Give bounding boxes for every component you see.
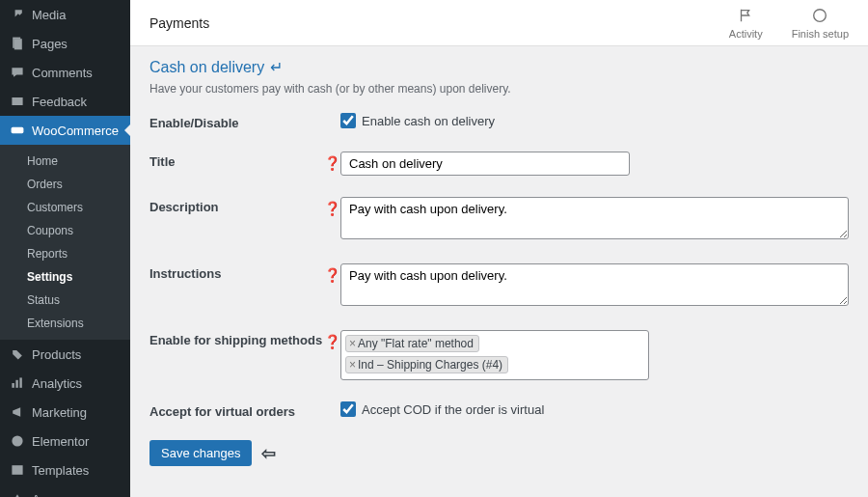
label-enable: Enable/Disable bbox=[149, 113, 323, 130]
chip-label: Ind – Shipping Charges (#4) bbox=[358, 358, 502, 372]
enable-checkbox-wrapper[interactable]: Enable cash on delivery bbox=[340, 113, 849, 128]
sidebar-item-label: Comments bbox=[32, 66, 93, 80]
submenu-orders[interactable]: Orders bbox=[0, 173, 130, 196]
sidebar-item-pages[interactable]: Pages bbox=[0, 29, 130, 58]
row-instructions: Instructions ❓ bbox=[149, 263, 849, 309]
submenu-customers[interactable]: Customers bbox=[0, 196, 130, 219]
help-icon[interactable]: ❓ bbox=[324, 334, 340, 349]
sidebar-item-appearance[interactable]: Appearance bbox=[0, 484, 130, 497]
section-heading[interactable]: Cash on delivery ↵ bbox=[149, 58, 283, 76]
analytics-icon bbox=[8, 375, 27, 391]
description-textarea[interactable] bbox=[340, 197, 849, 239]
submenu-settings[interactable]: Settings bbox=[0, 265, 130, 289]
sidebar-item-woocommerce[interactable]: WooCommerce bbox=[0, 116, 130, 145]
help-placeholder bbox=[323, 401, 340, 405]
svg-rect-3 bbox=[12, 97, 22, 105]
sidebar-item-media[interactable]: Media bbox=[0, 0, 130, 29]
label-description: Description bbox=[149, 197, 323, 214]
sidebar-item-comments[interactable]: Comments bbox=[0, 58, 130, 87]
help-icon[interactable]: ❓ bbox=[324, 267, 340, 283]
enable-checkbox[interactable] bbox=[340, 113, 356, 128]
svg-rect-4 bbox=[12, 127, 24, 133]
section-description: Have your customers pay with cash (or by… bbox=[149, 82, 849, 96]
sidebar-item-marketing[interactable]: Marketing bbox=[0, 398, 130, 427]
submenu-extensions[interactable]: Extensions bbox=[0, 312, 130, 335]
topbar-title: Payments bbox=[149, 15, 209, 31]
sidebar-item-products[interactable]: Products bbox=[0, 340, 130, 369]
row-enable: Enable/Disable Enable cash on delivery bbox=[149, 113, 849, 130]
svg-point-10 bbox=[814, 9, 827, 21]
label-title: Title bbox=[149, 152, 323, 169]
topbar-action-label: Finish setup bbox=[792, 28, 849, 40]
appearance-icon bbox=[8, 491, 27, 497]
label-instructions: Instructions bbox=[149, 263, 323, 281]
remove-chip-icon[interactable]: × bbox=[349, 337, 356, 350]
shipping-chip: × Any "Flat rate" method bbox=[345, 335, 479, 352]
sidebar-item-label: Analytics bbox=[32, 376, 82, 391]
remove-chip-icon[interactable]: × bbox=[349, 358, 356, 372]
comment-icon bbox=[8, 65, 27, 80]
svg-rect-5 bbox=[12, 383, 14, 388]
settings-form: Cash on delivery ↵ Have your customers p… bbox=[130, 46, 868, 478]
row-description: Description ❓ bbox=[149, 197, 849, 242]
title-input[interactable] bbox=[340, 152, 630, 176]
sidebar-item-elementor[interactable]: Elementor bbox=[0, 427, 130, 456]
help-icon[interactable]: ❓ bbox=[324, 201, 340, 216]
elementor-icon bbox=[8, 433, 27, 449]
annotation-arrow-icon: ⇦ bbox=[261, 443, 276, 464]
finish-setup-button[interactable]: Finish setup bbox=[792, 7, 849, 40]
sidebar-item-label: Marketing bbox=[32, 405, 87, 420]
svg-rect-2 bbox=[14, 39, 22, 49]
svg-rect-9 bbox=[12, 465, 22, 475]
row-shipping-methods: Enable for shipping methods ❓ × Any "Fla… bbox=[149, 330, 849, 380]
sidebar-item-label: WooCommerce bbox=[32, 124, 119, 138]
sidebar-item-templates[interactable]: Templates bbox=[0, 456, 130, 484]
virtual-checkbox-label: Accept COD if the order is virtual bbox=[362, 402, 544, 417]
submenu-status[interactable]: Status bbox=[0, 289, 130, 312]
svg-point-8 bbox=[12, 435, 22, 446]
templates-icon bbox=[8, 462, 27, 478]
media-icon bbox=[8, 7, 27, 22]
admin-sidebar: Media Pages Comments Feedback WooCommerc… bbox=[0, 0, 130, 497]
submenu-coupons[interactable]: Coupons bbox=[0, 219, 130, 242]
label-virtual: Accept for virtual orders bbox=[149, 401, 323, 419]
svg-rect-7 bbox=[19, 377, 21, 387]
feedback-icon bbox=[8, 94, 27, 109]
instructions-textarea[interactable] bbox=[340, 263, 849, 306]
woocommerce-submenu: Home Orders Customers Coupons Reports Se… bbox=[0, 145, 130, 340]
marketing-icon bbox=[8, 404, 27, 420]
sidebar-item-feedback[interactable]: Feedback bbox=[0, 87, 130, 116]
enable-checkbox-label: Enable cash on delivery bbox=[362, 114, 495, 128]
help-icon[interactable]: ❓ bbox=[324, 155, 340, 171]
flag-icon bbox=[737, 7, 754, 26]
svg-rect-6 bbox=[15, 380, 17, 388]
topbar-action-label: Activity bbox=[729, 28, 763, 40]
virtual-checkbox[interactable] bbox=[340, 401, 356, 417]
sidebar-item-label: Elementor bbox=[32, 434, 89, 449]
help-placeholder bbox=[323, 113, 340, 117]
save-row: Save changes ⇦ bbox=[149, 440, 849, 466]
products-icon bbox=[8, 346, 27, 362]
woocommerce-icon bbox=[8, 123, 27, 138]
activity-button[interactable]: Activity bbox=[729, 7, 763, 40]
submenu-home[interactable]: Home bbox=[0, 150, 130, 173]
row-virtual: Accept for virtual orders Accept COD if … bbox=[149, 401, 849, 419]
sidebar-item-label: Appearance bbox=[32, 492, 99, 498]
topbar-actions: Activity Finish setup bbox=[729, 7, 849, 40]
sidebar-item-label: Media bbox=[32, 8, 66, 22]
sidebar-item-label: Templates bbox=[32, 463, 89, 478]
submenu-reports[interactable]: Reports bbox=[0, 242, 130, 265]
virtual-checkbox-wrapper[interactable]: Accept COD if the order is virtual bbox=[340, 401, 849, 417]
label-shipping-methods: Enable for shipping methods bbox=[149, 330, 323, 347]
sidebar-item-label: Products bbox=[32, 347, 81, 362]
content-area: Payments Activity Finish setup Cash on d… bbox=[130, 0, 868, 497]
save-changes-button[interactable]: Save changes bbox=[149, 440, 252, 466]
shipping-methods-select[interactable]: × Any "Flat rate" method × Ind – Shippin… bbox=[340, 330, 649, 380]
page-icon bbox=[8, 36, 27, 51]
row-title: Title ❓ bbox=[149, 152, 849, 176]
sidebar-item-label: Feedback bbox=[32, 95, 87, 109]
sidebar-item-label: Pages bbox=[32, 37, 68, 51]
chip-label: Any "Flat rate" method bbox=[358, 337, 474, 350]
topbar: Payments Activity Finish setup bbox=[130, 0, 868, 46]
sidebar-item-analytics[interactable]: Analytics bbox=[0, 369, 130, 398]
